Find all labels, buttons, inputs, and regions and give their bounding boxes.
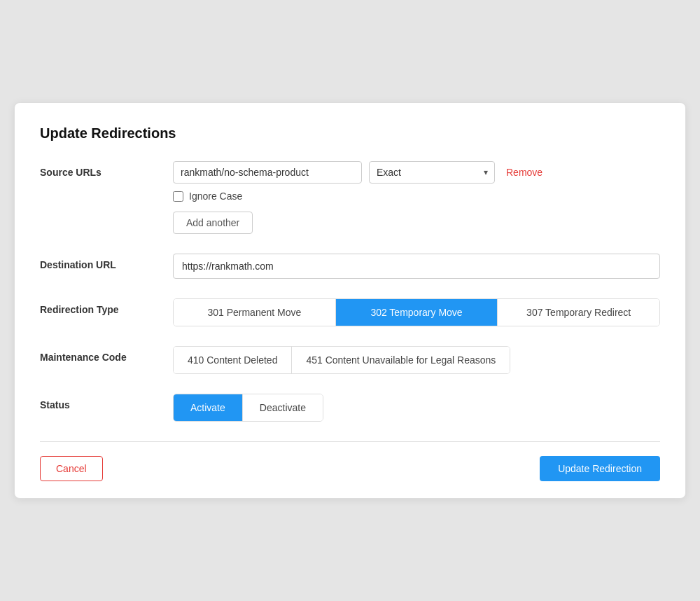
deactivate-button[interactable]: Deactivate [243,394,323,421]
status-row: Status Activate Deactivate [40,394,660,422]
destination-url-control [173,254,660,279]
redirection-type-control: 301 Permanent Move 302 Temporary Move 30… [173,298,660,326]
status-group: Activate Deactivate [173,394,323,422]
destination-url-input[interactable] [173,254,660,279]
update-redirections-modal: Update Redirections Source URLs Exact Co… [14,102,686,499]
maintenance-code-label: Maintenance Code [40,346,173,363]
ignore-case-row: Ignore Case [173,191,660,202]
match-type-select[interactable]: Exact Contains Starts With Ends With Reg… [369,161,495,184]
activate-button[interactable]: Activate [174,394,243,421]
maintenance-code-row: Maintenance Code 410 Content Deleted 451… [40,346,660,374]
modal-title: Update Redirections [40,125,660,141]
destination-url-row: Destination URL [40,254,660,279]
match-type-wrapper: Exact Contains Starts With Ends With Reg… [369,161,495,184]
source-urls-control: Exact Contains Starts With Ends With Reg… [173,161,660,234]
redirect-307-button[interactable]: 307 Temporary Redirect [498,299,659,326]
update-redirection-button[interactable]: Update Redirection [540,456,660,481]
ignore-case-checkbox[interactable] [173,191,183,202]
source-url-input[interactable] [173,161,362,184]
redirect-type-group: 301 Permanent Move 302 Temporary Move 30… [173,298,660,326]
redirect-302-button[interactable]: 302 Temporary Move [336,299,498,326]
status-label: Status [40,394,173,410]
remove-link[interactable]: Remove [506,167,542,178]
footer-row: Cancel Update Redirection [40,456,660,481]
footer-divider [40,441,660,442]
maintenance-451-button[interactable]: 451 Content Unavailable for Legal Reason… [292,347,510,373]
maintenance-code-control: 410 Content Deleted 451 Content Unavaila… [173,346,660,374]
source-urls-row: Source URLs Exact Contains Starts With E… [40,161,660,234]
destination-url-label: Destination URL [40,254,173,270]
redirection-type-label: Redirection Type [40,298,173,315]
redirection-type-row: Redirection Type 301 Permanent Move 302 … [40,298,660,326]
redirect-301-button[interactable]: 301 Permanent Move [174,299,336,326]
source-urls-label: Source URLs [40,161,173,178]
cancel-button[interactable]: Cancel [40,456,103,481]
maintenance-410-button[interactable]: 410 Content Deleted [174,347,292,373]
status-control: Activate Deactivate [173,394,660,422]
maintenance-group: 410 Content Deleted 451 Content Unavaila… [173,346,510,374]
ignore-case-label[interactable]: Ignore Case [189,191,242,202]
add-another-button[interactable]: Add another [173,212,253,234]
source-url-input-row: Exact Contains Starts With Ends With Reg… [173,161,660,184]
